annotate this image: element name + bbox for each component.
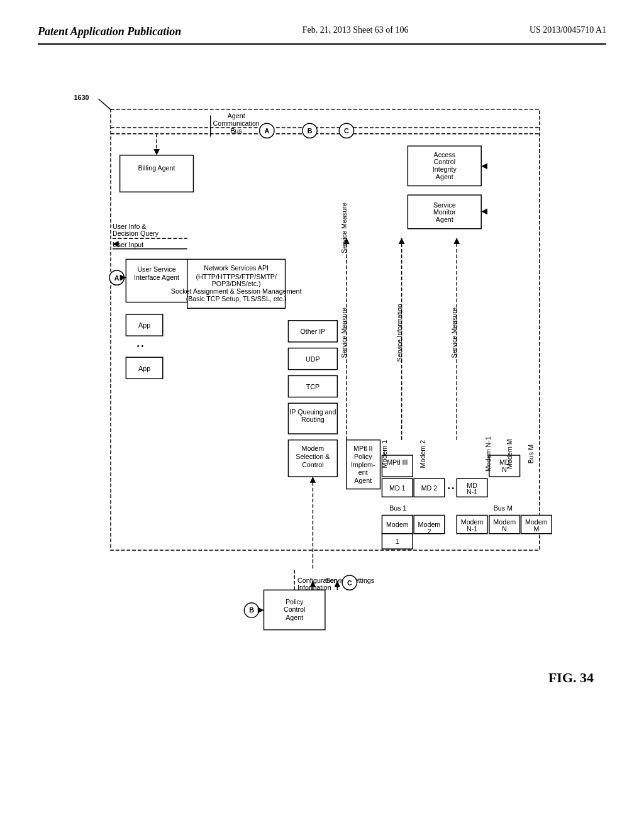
bus1-label: Bus 1: [389, 504, 406, 512]
pca-label1: Policy: [286, 598, 304, 606]
app-label-2: App: [138, 365, 150, 372]
publication-number: US 2013/0045710 A1: [530, 25, 606, 35]
billing-agent-label1: Billing Agent: [138, 164, 175, 172]
bus-label-line2: Communication: [213, 119, 259, 127]
app-label-1: App: [138, 321, 150, 329]
modem1-col-label: Modem 1: [380, 440, 388, 468]
user-info-label1: User Info &: [113, 223, 147, 230]
modem1-label: Modem: [386, 521, 409, 528]
pca-label3: Agent: [286, 614, 303, 621]
nsa-label1: Network Services API: [204, 264, 269, 272]
usia-label1: User Service: [137, 265, 175, 273]
patent-diagram-svg: text { font-family: Arial, sans-serif; f…: [38, 57, 606, 761]
sma-label1: Service: [433, 201, 456, 209]
bus-label-line1: Agent: [228, 112, 245, 119]
pca-label2: Control: [284, 606, 306, 613]
sma-label3: Agent: [436, 216, 453, 223]
modemM-label2: M: [533, 525, 539, 533]
bus-label-line3: Bus: [230, 127, 242, 135]
page: Patent Application Publication Feb. 21, …: [0, 0, 644, 830]
ipqr-label2: Routing: [301, 416, 325, 423]
other-ip-label: Other IP: [300, 328, 325, 335]
b-to-pca-arrow: [258, 607, 264, 614]
diagram-area: text { font-family: Arial, sans-serif; f…: [38, 57, 606, 761]
usia-label2: Interface Agent: [134, 274, 179, 281]
mptiii-label1: MPtl III: [387, 458, 408, 466]
busM-label: Bus M: [494, 504, 513, 512]
fig-label: FIG. 34: [548, 670, 594, 686]
mpti-label1: MPtl II: [353, 445, 372, 452]
diagram-ref-label: 1630: [74, 94, 89, 101]
nsa-label4: Socket Assignment & Session Management: [171, 287, 302, 295]
md1-label: MD 1: [389, 484, 406, 492]
page-header: Patent Application Publication Feb. 21, …: [38, 25, 606, 45]
sm-label-v2: Service Measure: [450, 307, 458, 358]
circle-C-bottom-label: C: [347, 579, 352, 587]
dots-1: • •: [137, 342, 144, 350]
modemN1-col-label: Modem N-1: [484, 436, 492, 472]
msc-label2: Selection &: [296, 453, 330, 460]
modemM-col-label: Modem M: [506, 439, 513, 469]
modemN1-label2: N-1: [467, 525, 477, 533]
mpti-label3: Implem-: [351, 461, 375, 468]
mpti-label2: Policy: [354, 453, 372, 460]
acia-label4: Agent: [436, 173, 453, 180]
msc-label3: Control: [302, 461, 324, 468]
circle-B-bottom-label: B: [249, 606, 254, 614]
dots-modem: • •: [448, 484, 455, 492]
acia-label1: Access: [434, 151, 456, 158]
circle-A-left-label: A: [114, 274, 119, 282]
acia-label3: Integrity: [433, 165, 457, 173]
publication-date-sheet: Feb. 21, 2013 Sheet 63 of 106: [303, 25, 409, 35]
md2-label: MD 2: [421, 484, 438, 492]
modem2-num: 2: [427, 528, 431, 535]
tcp-label: TCP: [306, 383, 319, 390]
circle-A-top-label: A: [264, 127, 269, 135]
modem-one-label: 1: [396, 538, 399, 545]
ipqr-label1: IP Queuing and: [289, 408, 336, 416]
nsa-label3: POP3/DNS/etc.): [212, 280, 261, 287]
nsa-label5: (Basic TCP Setup, TLS/SSL, etc.): [186, 295, 287, 302]
circle-B-top-label: B: [308, 127, 313, 135]
publication-title: Patent Application Publication: [38, 25, 181, 38]
acia-label2: Control: [434, 158, 456, 165]
mdN1-label2: N-1: [467, 488, 477, 495]
modemN-label2: N: [502, 525, 507, 533]
billing-agent-box: [120, 155, 194, 192]
modem2-col-label: Modem 2: [419, 440, 426, 468]
sma-label2: Monitor: [433, 208, 456, 216]
mpti-label5: Agent: [354, 477, 372, 484]
mpti-label4: ent: [358, 468, 368, 476]
msc-label1: Modem: [302, 445, 325, 452]
nsa-label2: (HTTP/HTTPS/FTP/SMTP/: [196, 273, 276, 280]
si-label-v: Service Information: [396, 304, 403, 362]
busM-col-label: Bus M: [527, 445, 535, 463]
sm-label-v1: Service Measure: [340, 307, 348, 358]
udp-label: UDP: [306, 355, 320, 363]
circle-C-top-label: C: [344, 127, 349, 135]
user-info-label2: Decision Query: [113, 230, 159, 237]
